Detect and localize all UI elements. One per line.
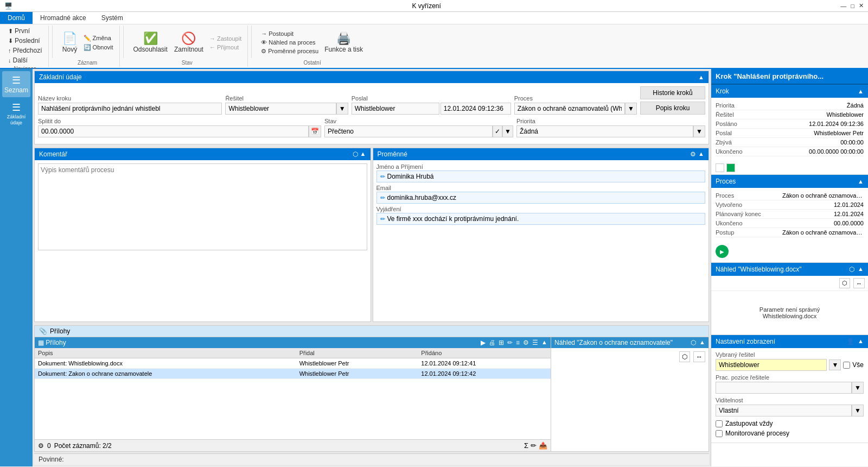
btn-export-footer[interactable]: 📤 [539, 441, 547, 450]
splitdo-input[interactable] [38, 125, 309, 137]
btn-play-proces[interactable]: ▶ [716, 245, 729, 258]
btn-edit-footer[interactable]: ✏ [531, 441, 537, 450]
rp-proces-collapse[interactable]: ▲ [858, 178, 864, 185]
basic-data-panel: Základní údaje ▲ Název kroku Řešitel ▼ [34, 71, 709, 144]
rp-nahled-collapse[interactable]: ▲ [858, 266, 864, 273]
btn-odsouhlasit[interactable]: ✅ Odsouhlasit [131, 31, 170, 54]
btn-novy[interactable]: 📄 Nový [60, 31, 80, 54]
nastaveni-zastupovat-checkbox[interactable] [716, 420, 723, 427]
btn-obnovit[interactable]: 🔄 Obnovit [82, 43, 115, 52]
btn-prvni[interactable]: ⬆ První [7, 27, 44, 35]
nastaveni-viditelnost-input[interactable] [716, 405, 852, 416]
nazev-input[interactable] [38, 103, 222, 115]
variables-header[interactable]: Proměnné ⚙ ▲ [373, 148, 709, 160]
resitel-input[interactable] [225, 103, 336, 115]
btn-settings-attach[interactable]: ⚙ [523, 339, 529, 346]
nastaveni-vse-checkbox[interactable] [843, 362, 850, 369]
nastaveni-pracpozice-input[interactable] [716, 382, 852, 394]
tab-hromadne[interactable]: Hromadné akce [33, 12, 94, 24]
edit-icon-email[interactable]: ✏ [380, 194, 385, 201]
comment-collapse-icon[interactable]: ▲ [360, 150, 366, 158]
btn-nahled-external[interactable]: ⬡ [849, 266, 854, 273]
btn-postoupit[interactable]: → Postoupit [259, 30, 320, 37]
btn-dalsi-label: Další [13, 56, 28, 64]
nastaveni-pracpozice-dropdown[interactable]: ▼ [852, 382, 864, 394]
splitdo-cal-btn[interactable]: 📅 [309, 125, 321, 137]
poslal-date-input[interactable] [441, 103, 511, 115]
btn-nahlad-zakon-resize[interactable]: ↔ [693, 351, 705, 362]
collapse-basic-icon[interactable]: ▲ [698, 74, 704, 80]
nastaveni-resitel-dropdown[interactable]: ▼ [829, 359, 841, 370]
resitel-dropdown-btn[interactable]: ▼ [336, 103, 348, 115]
btn-edit-attach[interactable]: ✏ [507, 339, 513, 346]
edit-icon-vyjadreni[interactable]: ✏ [380, 216, 385, 223]
btn-bars-attach[interactable]: ≡ [516, 339, 520, 346]
rp-krok-collapse[interactable]: ▲ [858, 88, 864, 94]
novy-icon: 📄 [62, 33, 77, 45]
status-sq-green[interactable] [726, 163, 735, 172]
btn-list-attach[interactable]: ☰ [532, 339, 538, 346]
table-row[interactable]: Dokument: Whistleblowing.docx Whistleblo… [35, 358, 551, 369]
comment-header[interactable]: Komentář ⬡ ▲ [35, 148, 371, 160]
btn-nahlad-proces[interactable]: 👁 Náhled na proces [259, 39, 320, 46]
attach-collapse-icon[interactable]: ▲ [541, 339, 547, 346]
status-sq-empty[interactable] [716, 163, 724, 172]
nastaveni-viditelnost-dropdown[interactable]: ▼ [852, 405, 864, 416]
cell-popis: Dokument: Whistleblowing.docx [35, 358, 296, 369]
proces-dropdown-btn[interactable]: ▼ [625, 103, 637, 115]
btn-promenne-procesu[interactable]: ⚙ Proměnné procesu [259, 47, 320, 55]
btn-predchozi[interactable]: ↑ Předchozí [7, 46, 44, 55]
rp-proces-header[interactable]: Proces ▲ [711, 175, 868, 188]
tab-domu[interactable]: Domů [0, 12, 33, 24]
stav-check-btn[interactable]: ✓ [493, 125, 502, 137]
btn-nahled-resize[interactable]: ↔ [853, 278, 865, 288]
rp-nastaveni-collapse[interactable]: ▲ [858, 338, 864, 345]
rp-nastaveni-header[interactable]: Nastavení zobrazení 👤 ▲ [711, 335, 868, 348]
priorita-dropdown-btn[interactable]: ▼ [693, 125, 705, 137]
btn-zastoupit[interactable]: → Zastoupit [208, 35, 243, 42]
variables-settings-icon[interactable]: ⚙ [690, 150, 696, 158]
minimize-btn[interactable]: — [840, 2, 846, 9]
basic-data-header[interactable]: Základní údaje ▲ [35, 71, 709, 83]
stav-dropdown-btn[interactable]: ▼ [502, 125, 513, 137]
attach-tab[interactable]: 📎 Přílohy [35, 326, 709, 337]
maximize-btn[interactable]: □ [851, 2, 854, 9]
sidebar-btn-zakladni[interactable]: ☰ Základní údaje [2, 98, 30, 129]
btn-print-attach[interactable]: 🖨 [489, 339, 495, 346]
btn-sigma[interactable]: Σ [524, 441, 528, 450]
stav-input[interactable] [324, 125, 493, 137]
table-row[interactable]: Dokument: Zakon o ochrane oznamovatele W… [35, 369, 551, 379]
nahlad-zakon-collapse[interactable]: ▲ [699, 339, 705, 346]
rp-nahled-header[interactable]: Náhled "Whistleblowing.docx" ⬡ ▲ [711, 263, 868, 276]
btn-nastaveni-user[interactable]: 👤 [846, 338, 854, 345]
sidebar-btn-seznam[interactable]: ☰ Seznam [2, 71, 30, 97]
comment-expand-icon[interactable]: ⬡ [353, 150, 358, 158]
proces-input[interactable] [514, 103, 625, 115]
priorita-input[interactable] [516, 125, 693, 137]
btn-funkce-tisk[interactable]: 🖨️ Funkce a tisk [322, 31, 365, 54]
priorita-wrap: ▼ [516, 125, 705, 137]
rp-krok-header[interactable]: Krok ▲ [711, 85, 868, 98]
btn-zmena[interactable]: ✏️ Změna [82, 34, 115, 42]
tab-system[interactable]: Systém [94, 12, 131, 24]
nastaveni-resitel-input[interactable] [716, 359, 827, 371]
edit-icon-jmeno[interactable]: ✏ [380, 173, 385, 180]
variables-collapse-icon[interactable]: ▲ [698, 150, 704, 158]
btn-nahlad-zakon-expand[interactable]: ⬡ [691, 339, 696, 346]
btn-table-attach[interactable]: ⊞ [499, 339, 504, 346]
nastaveni-monitorovane-checkbox[interactable] [716, 430, 723, 437]
nahlad-zakon-title: Náhled "Zakon o ochrane oznamovatele" [554, 339, 673, 346]
btn-popis-kroku[interactable]: Popis kroku [640, 102, 705, 115]
btn-play-attach[interactable]: ▶ [481, 339, 486, 346]
comment-textarea[interactable] [38, 163, 367, 250]
btn-dalsi[interactable]: ↓ Další [7, 56, 44, 65]
btn-historie-kroku[interactable]: Historie kroků [640, 86, 705, 99]
btn-nahled-expand[interactable]: ⬡ [839, 278, 850, 288]
btn-nahlad-zakon-external[interactable]: ⬡ [679, 351, 690, 362]
btn-zamitnout[interactable]: 🚫 Zamítnout [172, 31, 206, 54]
btn-prijmout[interactable]: ← Přijmout [208, 43, 243, 51]
poslal-input[interactable] [352, 103, 439, 115]
ostatni-items: → Postoupit 👁 Náhled na proces ⚙ Proměnn… [259, 27, 365, 59]
close-btn[interactable]: ✕ [859, 2, 864, 9]
btn-posledni[interactable]: ⬇ Poslední [7, 36, 44, 45]
